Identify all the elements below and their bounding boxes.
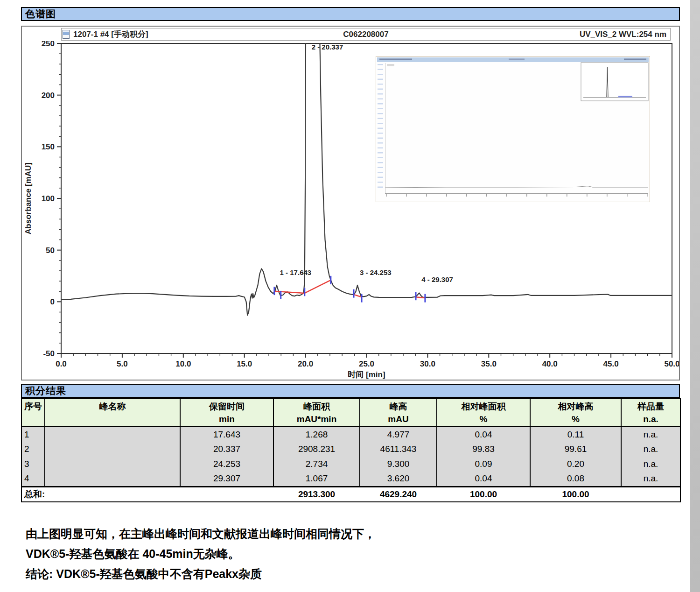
svg-text:时间 [min]: 时间 [min] [348,370,385,379]
column-header-3: 峰面积mAU*min [273,399,360,427]
peak-annotation: 1 - 17.643 [280,268,312,276]
conclusion-line-3: 结论: VDK®5-羟基色氨酸中不含有Peakx杂质 [26,564,680,584]
svg-text:250: 250 [42,41,55,48]
svg-text:15.0: 15.0 [237,359,252,368]
svg-text:200: 200 [42,91,55,100]
svg-text:Absorbance [mAU]: Absorbance [mAU] [24,162,33,234]
total-label: 总和: [21,486,180,502]
column-header-1: 峰名称 [45,399,180,427]
svg-text:40.0: 40.0 [542,359,558,368]
integration-title-label: 积分结果 [25,384,66,397]
scan-edge-shadow [690,0,700,592]
column-header-2: 保留时间min [180,399,273,427]
integration-results-table: 序号 峰名称 保留时间min峰面积mAU*min峰高mAU相对峰面积%相对峰高%… [21,398,681,502]
total-rel-area: 100.00 [437,486,530,502]
svg-text:50: 50 [46,246,55,255]
peak-annotation: 4 - 29.307 [421,275,453,283]
column-header-7: 样品量n.a. [621,399,680,427]
svg-text:20.0: 20.0 [298,359,313,368]
table-row: 117.6431.2684.9770.040.11n.a. [21,427,680,442]
svg-text:5.0: 5.0 [117,359,128,368]
svg-text:45.0: 45.0 [603,359,619,368]
chart-header-strip: 1207-1 #4 [手动积分] C062208007 UV_VIS_2 WVL… [61,28,671,41]
chromatogram-title-label: 色谱图 [25,7,56,21]
svg-text:10.0: 10.0 [175,359,191,368]
table-row: 220.3372908.2314611.34399.8399.61n.a. [21,442,680,457]
conclusion-line-1: 由上图明显可知，在主峰出峰时间和文献报道出峰时间相同情况下， [26,524,680,544]
svg-text:0.0: 0.0 [56,359,67,368]
total-rel-height: 100.00 [530,486,621,502]
conclusion-text: 由上图明显可知，在主峰出峰时间和文献报道出峰时间相同情况下， VDK®5-羟基色… [26,524,680,584]
peak-annotation: 3 - 24.253 [360,268,392,276]
svg-text:0: 0 [50,297,55,306]
svg-text:-50: -50 [43,349,55,358]
table-total-row: 总和: 2913.300 4629.240 100.00 100.00 [21,486,680,502]
section-title-chromatogram: 色谱图 [21,7,680,21]
column-header-5: 相对峰面积% [437,399,530,427]
svg-text:35.0: 35.0 [481,359,497,368]
report-page: 色谱图 1207-1 #4 [手动积分] C062208007 UV_VIS_2… [21,7,680,584]
inset-inner-peak-box [581,63,648,101]
sample-id-label: C062208007 [62,30,670,39]
svg-text:100: 100 [42,194,55,203]
total-height: 4629.240 [360,486,437,502]
table-row: 324.2532.7349.3000.090.20n.a. [21,457,680,472]
detector-wavelength-label: UV_VIS_2 WVL:254 nm [580,30,670,39]
svg-text:150: 150 [42,142,55,151]
total-area: 2913.300 [273,486,360,502]
chromatogram-chart: 1207-1 #4 [手动积分] C062208007 UV_VIS_2 WVL… [21,26,680,381]
injection-label: 1207-1 #4 [手动积分] [73,29,148,40]
svg-text:50.0: 50.0 [664,359,679,368]
column-header-6: 相对峰高% [530,399,621,427]
svg-text:30.0: 30.0 [420,359,435,368]
inset-chromatogram-thumbnail [376,56,650,202]
table-row: 429.3071.0673.6200.040.08n.a. [21,472,680,486]
conclusion-line-2: VDK®5-羟基色氨酸在 40-45min无杂峰。 [26,544,680,564]
inset-blue-marker [618,96,632,98]
peak-annotation: 2 - 20.337 [312,43,343,51]
table-header-row: 序号 峰名称 保留时间min峰面积mAU*min峰高mAU相对峰面积%相对峰高%… [21,399,680,427]
column-header-4: 峰高mAU [360,399,437,427]
column-header-0: 序号 [21,399,45,427]
svg-text:25.0: 25.0 [359,359,374,368]
section-title-integration: 积分结果 [21,384,680,398]
